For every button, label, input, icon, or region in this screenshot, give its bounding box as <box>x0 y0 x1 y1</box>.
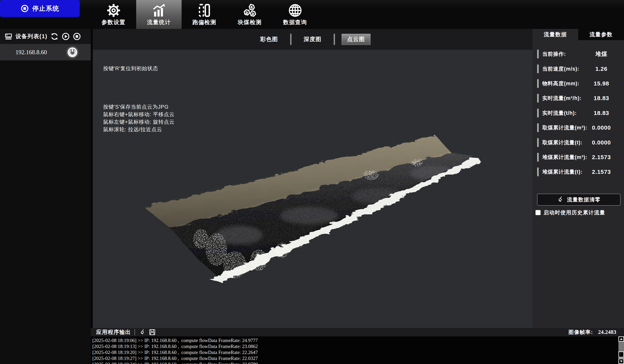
device-list-icon <box>4 32 13 41</box>
flow-panel: 流量数据 流量参数 当前操作: 堆煤 当前速度(m/s): 1.26 <box>532 29 624 328</box>
point-cloud-viewport[interactable]: 按键'R'复位到初始状态 按键'S'保存当前点云为JPG鼠标右键+鼠标移动: 平… <box>93 50 532 328</box>
row-value: 0.0000 <box>583 139 619 146</box>
viewport-hint-reset: 按键'R'复位到初始状态 <box>103 65 158 72</box>
power-icon[interactable] <box>67 47 78 57</box>
viewport-hints: 按键'S'保存当前点云为JPG鼠标右键+鼠标移动: 平移点云鼠标左键+鼠标移动:… <box>103 81 175 133</box>
row-value: 堆煤 <box>583 50 619 58</box>
log-title: 应用程序输出 <box>96 328 131 336</box>
nav-deviation-detect[interactable]: 跑偏检测 <box>182 0 227 29</box>
scroll-up-button[interactable] <box>618 336 624 342</box>
checkbox-unchecked[interactable] <box>536 210 541 215</box>
framerate-value: 24.2483 <box>598 329 616 335</box>
nav-coal-lump-detect[interactable]: 块煤检测 <box>227 0 272 29</box>
framerate-label: 图像帧率: <box>569 329 593 336</box>
row-indicator-bar <box>537 138 539 147</box>
top-toolbar: 参数设置 流量统计 跑偏检测 <box>0 0 624 29</box>
log-scrollbar[interactable] <box>618 336 624 364</box>
tab-separator <box>334 34 335 45</box>
divider <box>134 329 135 335</box>
gear-icon <box>106 3 121 18</box>
viewport-hint-line: 鼠标滚轮: 拉远/拉近点云 <box>103 126 175 133</box>
row-label: 当前操作: <box>542 50 566 57</box>
stop-system-button[interactable]: 停止系统 <box>0 0 79 17</box>
row-indicator-bar <box>537 79 539 88</box>
device-list-title: 设备列表(1) <box>15 33 47 40</box>
log-line: [2025-02-08 18:19:20] >> IP: 192.168.8.6… <box>91 349 624 355</box>
row-value: 18.83 <box>583 95 619 101</box>
device-list-header: 设备列表(1) <box>0 29 91 44</box>
flow-data-row: 实时流量(t/h): 18.83 <box>537 106 621 120</box>
row-label: 取煤累计流量(m³): <box>542 124 587 131</box>
stop-system-label: 停止系统 <box>32 4 59 13</box>
globe-icon <box>287 3 303 18</box>
history-flow-checkbox-row[interactable]: 启动时使用历史累计流量 <box>536 208 605 217</box>
app-window: 参数设置 流量统计 跑偏检测 <box>0 0 624 364</box>
scroll-down-button[interactable] <box>618 359 624 364</box>
clear-log-broom-icon[interactable] <box>139 329 146 336</box>
flow-data-row: 取煤累计流量(t): 0.0000 <box>537 135 621 150</box>
viewport-hint-line: 鼠标左键+鼠标移动: 旋转点云 <box>103 118 175 126</box>
flow-data-row: 物料高度(mm): 15.98 <box>537 76 621 91</box>
stop-device-icon[interactable] <box>73 32 81 41</box>
save-log-icon[interactable] <box>149 328 156 336</box>
row-label: 物料高度(mm): <box>542 80 579 87</box>
coal-lumps-icon <box>242 3 258 18</box>
refresh-devices-icon[interactable] <box>50 32 59 41</box>
flow-data-row: 当前速度(m/s): 1.26 <box>537 61 621 76</box>
row-value: 18.83 <box>583 110 619 116</box>
start-device-icon[interactable] <box>61 32 70 41</box>
nav-flow-statistics[interactable]: 流量统计 <box>136 0 182 29</box>
image-framerate: 图像帧率: 24.2483 <box>569 329 616 336</box>
row-indicator-bar <box>537 49 539 58</box>
row-label: 实时流量(t/h): <box>542 110 577 116</box>
tab-color-image[interactable]: 彩色图 <box>255 34 284 45</box>
row-value: 2.1573 <box>583 169 619 175</box>
row-value: 15.98 <box>583 80 619 87</box>
row-indicator-bar <box>537 65 539 73</box>
tab-flow-params[interactable]: 流量参数 <box>578 29 624 40</box>
clear-flow-data-button[interactable]: 流量数据清零 <box>537 194 621 206</box>
row-value: 2.1573 <box>583 154 619 160</box>
row-label: 堆煤累计流量(t): <box>542 168 582 175</box>
row-indicator-bar <box>537 109 539 117</box>
flow-data-rows: 当前操作: 堆煤 当前速度(m/s): 1.26 物料高度(mm): 15.98 <box>537 47 621 179</box>
row-indicator-bar <box>537 94 539 103</box>
flow-data-row: 堆煤累计流量(m³): 2.1573 <box>537 150 621 164</box>
row-indicator-bar <box>537 153 539 162</box>
flow-panel-tabbar: 流量数据 流量参数 <box>532 29 624 40</box>
nav-label: 参数设置 <box>102 19 126 26</box>
tab-depth-image[interactable]: 深度图 <box>298 34 327 45</box>
clear-button-label: 流量数据清零 <box>567 196 601 203</box>
nav-data-query[interactable]: 数据查询 <box>272 0 318 29</box>
log-header: 应用程序输出 图像帧率: 24.2483 <box>91 328 624 336</box>
tab-flow-data[interactable]: 流量数据 <box>532 29 578 40</box>
device-list-body <box>0 60 91 364</box>
divider <box>91 29 93 364</box>
flow-data-row: 堆煤累计流量(t): 2.1573 <box>537 164 621 179</box>
log-line: [2025-02-08 18:19:13] >> IP: 192.168.8.6… <box>91 343 624 349</box>
tab-point-cloud[interactable]: 点云图 <box>341 34 370 45</box>
nav-label: 跑偏检测 <box>192 19 216 26</box>
nav-label: 数据查询 <box>283 19 307 26</box>
flow-data-row: 取煤累计流量(m³): 0.0000 <box>537 120 621 135</box>
row-indicator-bar <box>537 123 539 132</box>
log-output[interactable]: [2025-02-08 18:19:06] >> IP: 192.168.8.6… <box>91 336 624 364</box>
flow-data-row: 当前操作: 堆煤 <box>537 47 621 61</box>
stop-circle-icon <box>20 4 29 13</box>
row-label: 取煤累计流量(t): <box>542 139 582 146</box>
bar-chart-icon <box>151 3 167 18</box>
row-indicator-bar <box>537 167 539 176</box>
nav-param-settings[interactable]: 参数设置 <box>91 0 136 29</box>
nav-label: 流量统计 <box>147 19 171 26</box>
row-label: 堆煤累计流量(m³): <box>542 154 587 161</box>
scrollbar-thumb[interactable] <box>618 351 624 357</box>
arrow-up-icon <box>620 338 623 340</box>
device-row[interactable]: 192.168.8.60 <box>0 44 91 60</box>
checkbox-label: 启动时使用历史累计流量 <box>544 209 605 216</box>
view-mode-tabbar: 彩色图 深度图 点云图 <box>93 29 532 50</box>
tab-separator <box>290 34 291 45</box>
nav-label: 块煤检测 <box>238 19 262 26</box>
belt-deviation-icon <box>197 3 212 18</box>
row-value: 1.26 <box>583 66 619 72</box>
row-value: 0.0000 <box>583 124 619 131</box>
